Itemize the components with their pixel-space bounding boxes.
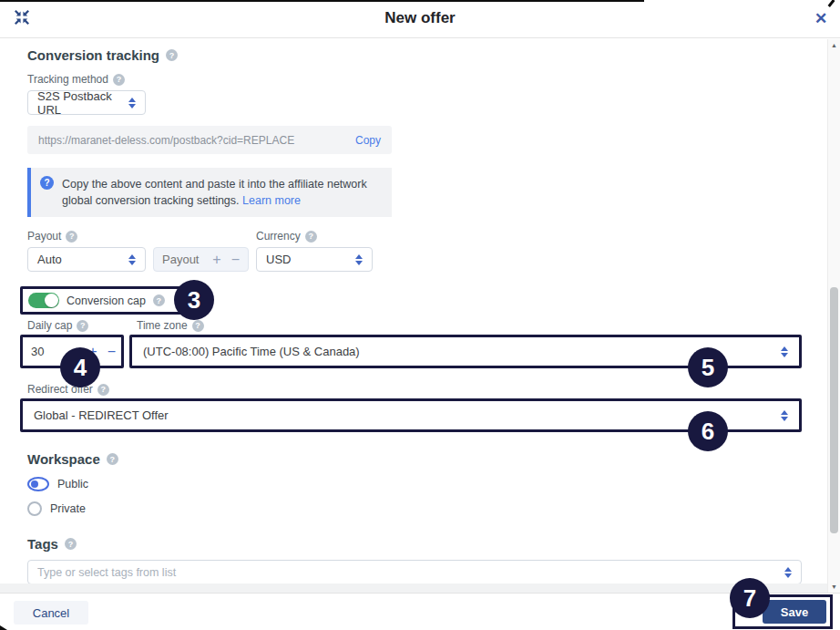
workspace-section-title: Workspace ? [27, 451, 802, 467]
tags-input[interactable] [37, 566, 777, 579]
save-button[interactable]: Save [763, 600, 826, 624]
tracking-method-label-text: Tracking method [27, 73, 108, 86]
select-spinner-icon [777, 567, 792, 578]
redirect-offer-value: Global - REDIRECT Offer [34, 408, 169, 422]
plus-icon: + [212, 253, 220, 267]
daily-cap-timezone-row: Daily cap ? +− 4 Time zone ? [20, 319, 802, 368]
help-icon[interactable]: ? [66, 231, 77, 243]
conversion-cap-annotation: Conversion cap ? 3 [20, 286, 191, 315]
tracking-method-select[interactable]: S2S Postback URL [27, 90, 146, 115]
window-edge-artifact [0, 0, 644, 2]
tags-title-text: Tags [27, 536, 58, 552]
new-offer-modal: New offer ✕ Conversion tracking ? Tracki… [0, 0, 840, 630]
payout-label-text: Payout [27, 230, 61, 243]
info-text: Copy the above content and paste it into… [62, 178, 367, 207]
help-icon[interactable]: ? [65, 538, 77, 550]
redirect-offer-annotation: Global - REDIRECT Offer 6 [20, 398, 802, 432]
stepper-buttons: +− [212, 253, 240, 267]
save-annotation: Save 7 [732, 594, 833, 629]
vertical-scrollbar[interactable]: ▲ ▼ [827, 39, 840, 593]
currency-value: USD [266, 253, 291, 266]
modal-title: New offer [0, 9, 840, 27]
callout-step-4: 4 [60, 347, 100, 387]
redirect-offer-label: Redirect offer ? [27, 383, 802, 396]
tags-section-title: Tags ? [27, 536, 802, 552]
conversion-cap-toggle[interactable] [28, 293, 59, 308]
time-zone-label: Time zone ? [137, 319, 802, 332]
callout-step-6: 6 [688, 411, 728, 451]
horizontal-scrollbar[interactable] [0, 584, 827, 593]
callout-step-7: 7 [730, 578, 770, 618]
redirect-offer-select[interactable]: Global - REDIRECT Offer [25, 403, 797, 428]
help-icon[interactable]: ? [113, 74, 125, 86]
modal-body: Conversion tracking ? Tracking method ? … [0, 39, 827, 584]
time-zone-label-text: Time zone [137, 319, 188, 332]
payout-method-select[interactable]: Auto [27, 247, 146, 272]
currency-label-text: Currency [256, 230, 301, 243]
daily-cap-label-text: Daily cap [27, 319, 72, 332]
workspace-option-private[interactable]: Private [27, 501, 802, 516]
help-icon[interactable]: ? [166, 49, 178, 61]
currency-select[interactable]: USD [256, 247, 373, 272]
radio-button[interactable] [27, 477, 49, 491]
payout-label: Payout ? [27, 230, 146, 243]
info-icon: ? [40, 176, 54, 190]
help-icon[interactable]: ? [97, 384, 109, 396]
select-spinner-icon [121, 98, 136, 108]
payout-row: Payout ? Auto +− Currency ? [27, 230, 802, 272]
time-zone-annotation: (UTC-08:00) Pacific Time (US & Canada) 5 [129, 335, 802, 368]
modal-footer: Cancel Save 7 [0, 593, 840, 630]
select-spinner-icon [121, 254, 136, 265]
help-icon[interactable]: ? [107, 453, 118, 465]
select-spinner-icon [773, 410, 788, 421]
conversion-tracking-section-title: Conversion tracking ? [27, 47, 802, 63]
time-zone-value: (UTC-08:00) Pacific Time (US & Canada) [143, 345, 360, 358]
toggle-knob [45, 294, 58, 307]
workspace-title-text: Workspace [27, 451, 100, 467]
postback-url-box: https://maranet-deless.com/postback?cid=… [27, 126, 392, 154]
section-title-text: Conversion tracking [27, 47, 159, 63]
cancel-button[interactable]: Cancel [14, 601, 88, 625]
payout-amount-field [162, 253, 208, 266]
workspace-option-public[interactable]: Public [27, 477, 802, 491]
conversion-cap-label: Conversion cap [67, 294, 146, 307]
minus-icon[interactable]: − [108, 345, 116, 359]
callout-step-5: 5 [688, 347, 728, 387]
select-spinner-icon [348, 254, 363, 265]
daily-cap-label: Daily cap ? [27, 319, 124, 332]
scroll-up-icon[interactable]: ▲ [828, 42, 840, 48]
scroll-down-icon[interactable]: ▼ [828, 584, 840, 590]
help-icon[interactable]: ? [77, 320, 88, 332]
postback-url-text: https://maranet-deless.com/postback?cid=… [38, 134, 294, 147]
info-banner-text: Copy the above content and paste it into… [62, 176, 381, 209]
radio-label: Private [50, 502, 86, 515]
payout-method-value: Auto [37, 253, 62, 266]
currency-label: Currency ? [256, 230, 373, 243]
close-icon[interactable]: ✕ [809, 6, 833, 30]
radio-button[interactable] [27, 501, 42, 516]
select-spinner-icon [773, 346, 788, 357]
help-icon[interactable]: ? [153, 294, 165, 306]
copy-link[interactable]: Copy [355, 134, 381, 147]
callout-step-3: 3 [174, 280, 214, 320]
tracking-method-label: Tracking method ? [27, 73, 802, 86]
info-banner: ? Copy the above content and paste it in… [27, 168, 392, 217]
daily-cap-annotation: +− 4 [20, 335, 124, 368]
learn-more-link[interactable]: Learn more [242, 194, 301, 207]
help-icon[interactable]: ? [305, 231, 317, 243]
help-icon[interactable]: ? [192, 320, 204, 332]
tracking-method-value: S2S Postback URL [37, 89, 121, 117]
radio-label: Public [57, 478, 88, 491]
scrollbar-thumb[interactable] [830, 287, 838, 533]
modal-header: New offer ✕ [0, 0, 840, 38]
tags-input-box[interactable] [27, 560, 802, 584]
minus-icon: − [231, 253, 240, 267]
payout-amount-input: +− [153, 247, 249, 272]
